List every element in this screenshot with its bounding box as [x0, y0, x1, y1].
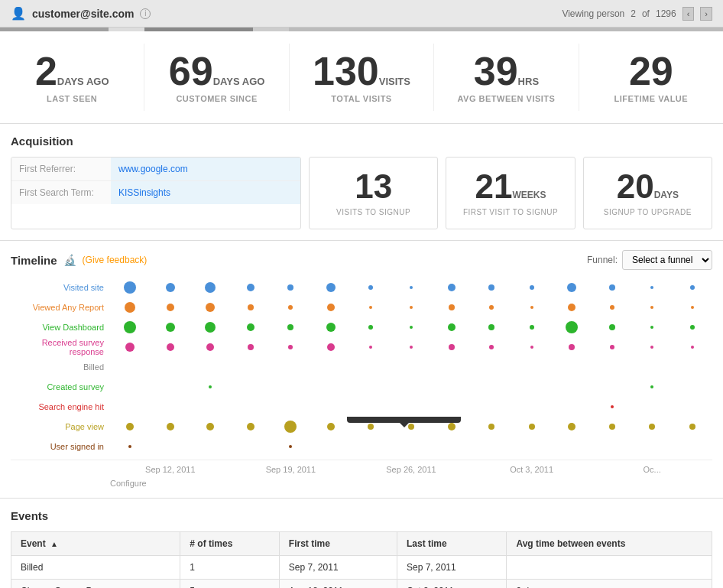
dot[interactable] [327, 423, 335, 430]
dot[interactable] [609, 324, 615, 330]
dot[interactable] [650, 286, 653, 289]
dot[interactable] [650, 346, 653, 349]
dot[interactable] [248, 344, 254, 350]
dot[interactable] [691, 346, 694, 349]
dot[interactable] [368, 285, 373, 290]
dot[interactable] [284, 421, 297, 433]
dot[interactable] [489, 345, 494, 349]
dot[interactable] [609, 424, 615, 430]
dot[interactable] [205, 282, 216, 293]
progress-seg-1 [0, 28, 109, 31]
dot[interactable] [247, 284, 255, 291]
dot[interactable] [689, 424, 695, 430]
dot[interactable] [288, 305, 293, 310]
dot[interactable] [610, 305, 614, 310]
dot[interactable] [167, 343, 174, 351]
dot[interactable] [128, 445, 131, 448]
dot[interactable] [247, 323, 255, 331]
dot[interactable] [448, 423, 456, 430]
dot[interactable] [488, 424, 494, 430]
dot-row-dots-7: Page view19 times on Sep 15, 2011 [110, 417, 712, 437]
dot-chart: Visited siteViewed Any ReportView Dashbo… [11, 278, 712, 456]
dot[interactable] [126, 423, 134, 430]
dot[interactable] [209, 385, 212, 388]
dot[interactable] [167, 304, 174, 311]
dot[interactable] [166, 323, 175, 332]
dot[interactable] [125, 343, 135, 352]
dot[interactable] [530, 325, 534, 330]
dot[interactable] [206, 303, 215, 312]
dot[interactable] [611, 405, 614, 408]
dot[interactable] [568, 423, 575, 430]
dot-row-label-0: Visited site [11, 283, 110, 292]
dot[interactable] [287, 324, 293, 330]
dot[interactable] [206, 423, 214, 430]
feedback-link[interactable]: (Give feedback) [83, 255, 148, 265]
first-referrer-value[interactable]: www.google.com [111, 158, 300, 180]
dot[interactable] [448, 323, 456, 331]
funnel-select[interactable]: Select a funnel [622, 250, 712, 270]
dot[interactable] [289, 445, 292, 448]
dot[interactable] [206, 343, 214, 351]
acq-stat-number-2: 21WEEKS [454, 170, 566, 203]
dot[interactable] [124, 321, 136, 333]
dot[interactable] [369, 346, 372, 349]
dot[interactable] [489, 305, 494, 310]
dot[interactable] [529, 424, 535, 430]
col-event[interactable]: Event ▲ [11, 532, 180, 556]
dot[interactable] [410, 326, 413, 329]
configure-link[interactable]: Configure [110, 479, 147, 488]
dot[interactable] [488, 324, 494, 330]
dot[interactable] [610, 345, 614, 349]
dot[interactable] [166, 283, 175, 292]
dot[interactable] [326, 323, 336, 332]
dot[interactable] [327, 304, 335, 311]
dot-row-8: User signed in [11, 437, 712, 456]
dot[interactable] [327, 343, 335, 351]
dot[interactable] [649, 424, 655, 430]
dot[interactable] [368, 325, 373, 330]
info-icon[interactable]: i [140, 8, 151, 19]
dot[interactable] [650, 326, 653, 329]
viewing-sep: of [642, 8, 650, 19]
dot[interactable] [569, 344, 575, 350]
dot[interactable] [410, 286, 413, 289]
dot[interactable] [205, 322, 216, 333]
dot-row-4: Billed [11, 357, 712, 377]
dot-row-2: View Dashboard [11, 317, 712, 337]
dot[interactable] [690, 325, 695, 330]
dot[interactable] [566, 321, 578, 333]
dot[interactable] [691, 306, 694, 309]
dot[interactable] [650, 306, 653, 309]
dot[interactable] [530, 285, 534, 290]
dot[interactable] [650, 385, 653, 388]
first-search-value[interactable]: KISSinsights [111, 181, 300, 204]
dot[interactable] [124, 281, 136, 294]
dot[interactable] [167, 423, 174, 430]
dot[interactable] [408, 424, 414, 430]
dot[interactable] [125, 302, 135, 313]
dot[interactable] [288, 345, 293, 349]
dot[interactable] [448, 284, 456, 291]
dot[interactable] [488, 284, 494, 291]
dot[interactable] [287, 284, 293, 291]
dot[interactable] [369, 306, 372, 309]
dot[interactable] [568, 304, 575, 311]
prev-button[interactable]: ‹ [682, 7, 695, 21]
dot[interactable] [247, 423, 255, 430]
dot[interactable] [567, 283, 576, 292]
next-button[interactable]: › [700, 7, 712, 21]
dot[interactable] [530, 346, 533, 349]
dot[interactable] [248, 304, 254, 310]
dot[interactable] [368, 424, 374, 430]
dot-row-5: Created survey [11, 377, 712, 397]
dot[interactable] [690, 285, 695, 290]
dot[interactable] [530, 306, 533, 309]
dot[interactable] [410, 306, 413, 309]
dot[interactable] [449, 304, 455, 310]
dot[interactable] [410, 346, 413, 349]
dot[interactable] [449, 344, 455, 350]
dot[interactable] [609, 284, 615, 291]
referrer-row-search: First Search Term: KISSinsights [11, 181, 300, 204]
dot[interactable] [326, 283, 336, 292]
